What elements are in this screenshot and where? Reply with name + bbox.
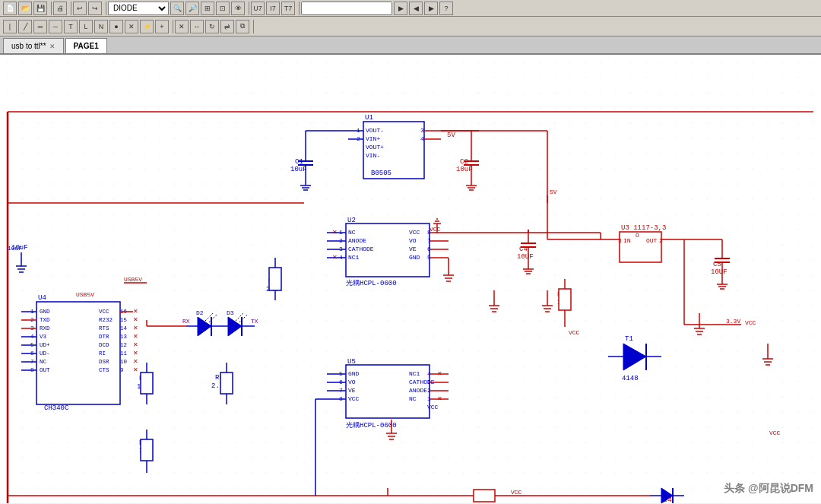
svg-text:✕: ✕	[133, 333, 138, 340]
svg-text:✕: ✕	[133, 358, 138, 365]
svg-text:5V: 5V	[447, 132, 455, 139]
eye-button[interactable]: 👁	[231, 2, 245, 15]
sep3	[103, 2, 106, 15]
svg-text:VIN+: VIN+	[366, 135, 380, 142]
tab2-label: PAGE1	[74, 42, 99, 50]
t7-button[interactable]: T7	[281, 2, 295, 15]
svg-text:VOUT-: VOUT-	[366, 127, 384, 134]
svg-text:NC1: NC1	[409, 370, 420, 377]
toolbar-second: | ╱ ═ ─ T L N ● ✕ ⚡ + ✕ ↔ ↻ ⇌ ⧉	[0, 17, 821, 36]
text-button[interactable]: T	[64, 20, 78, 33]
net-button[interactable]: N	[94, 20, 108, 33]
svg-text:GND: GND	[348, 370, 360, 377]
svg-text:NC: NC	[40, 359, 47, 365]
u7-button[interactable]: U7	[251, 2, 265, 15]
sep5	[296, 2, 300, 15]
rotate-button[interactable]: ↻	[205, 20, 219, 33]
power-button[interactable]: ⚡	[140, 20, 154, 33]
wire-button[interactable]: ╱	[18, 20, 32, 33]
svg-text:10: 10	[120, 359, 128, 365]
svg-text:VCC: VCC	[427, 404, 439, 410]
svg-text:11: 11	[120, 350, 128, 357]
zoom-fit-button[interactable]: ⊞	[201, 2, 214, 15]
nav-next-button[interactable]: ▶	[424, 2, 438, 15]
zoom-out-button[interactable]: 🔎	[185, 2, 199, 15]
copy-button[interactable]: ⧉	[236, 20, 249, 33]
svg-text:B0505: B0505	[371, 170, 391, 177]
new-button[interactable]: 📄	[3, 2, 17, 15]
svg-text:2: 2	[659, 237, 663, 244]
search-button[interactable]: ▶	[394, 2, 407, 15]
nav-prev-button[interactable]: ◀	[409, 2, 423, 15]
component-dropdown[interactable]: DIODE	[108, 2, 169, 15]
pin-button[interactable]: |	[3, 20, 17, 33]
junction-button[interactable]: ●	[109, 20, 123, 33]
undo-button[interactable]: ↩	[73, 2, 87, 15]
tab1-label: usb to ttl**	[11, 42, 46, 50]
svg-text:GND: GND	[409, 254, 420, 261]
svg-text:VCC: VCC	[348, 395, 360, 402]
svg-text:ANODE: ANODE	[348, 237, 366, 244]
sep2	[68, 2, 71, 15]
sep6	[170, 20, 173, 33]
schematic-area[interactable]: U1 VOUT- VIN+ VOUT+ VIN- 3 4 1 2 B0505 C…	[0, 55, 821, 503]
svg-text:✕: ✕	[133, 325, 138, 331]
noconn-button[interactable]: ✕	[125, 20, 138, 33]
svg-text:USB5V: USB5V	[124, 276, 142, 283]
svg-text:RI: RI	[99, 350, 106, 357]
svg-text:10uF: 10uF	[456, 166, 473, 173]
sep4	[246, 2, 249, 15]
svg-text:VCC: VCC	[569, 329, 580, 336]
line-button[interactable]: ─	[49, 20, 62, 33]
redo-button[interactable]: ↪	[88, 2, 102, 15]
svg-text:VOUT+: VOUT+	[366, 144, 384, 151]
tab1-close[interactable]: ✕	[49, 43, 55, 50]
svg-rect-156	[220, 372, 233, 394]
search-input[interactable]	[301, 2, 392, 15]
svg-text:10UF: 10UF	[517, 253, 534, 261]
svg-text:VCC: VCC	[409, 229, 420, 236]
svg-text:U4: U4	[38, 294, 46, 302]
help-button[interactable]: ?	[439, 2, 453, 15]
svg-text:3.3V: 3.3V	[726, 318, 740, 325]
svg-text:VO: VO	[348, 379, 356, 385]
svg-rect-151	[141, 372, 153, 394]
svg-text:U3 1117-3,3: U3 1117-3,3	[621, 224, 666, 232]
svg-text:3: 3	[420, 127, 424, 134]
tab-usb-ttl[interactable]: usb to ttl** ✕	[3, 38, 64, 53]
label-button[interactable]: L	[79, 20, 93, 33]
svg-text:NC: NC	[348, 229, 356, 236]
svg-text:10UF: 10UF	[711, 268, 727, 276]
zoom-in-button[interactable]: 🔍	[170, 2, 184, 15]
svg-rect-77	[269, 268, 281, 290]
open-button[interactable]: 📂	[18, 2, 32, 15]
zoom-area-button[interactable]: ⊡	[216, 2, 230, 15]
mirror-button[interactable]: ⇌	[220, 20, 234, 33]
delete-button[interactable]: ✕	[175, 20, 189, 33]
tab-page1[interactable]: PAGE1	[65, 38, 107, 53]
svg-text:VCC: VCC	[430, 226, 441, 233]
svg-text:4148: 4148	[622, 375, 639, 382]
svg-rect-229	[559, 289, 571, 310]
svg-text:DCD: DCD	[99, 342, 109, 348]
svg-text:TX: TX	[251, 318, 258, 325]
svg-text:VCC: VCC	[769, 430, 781, 436]
svg-text:VCC: VCC	[745, 319, 756, 326]
svg-text:✕: ✕	[133, 341, 138, 348]
save-button[interactable]: 💾	[33, 2, 47, 15]
svg-text:光耦HCPL-0600: 光耦HCPL-0600	[346, 421, 397, 430]
svg-text:UD+: UD+	[40, 342, 50, 348]
print-button[interactable]: 🖨	[53, 2, 67, 15]
svg-text:✕: ✕	[133, 366, 138, 373]
svg-text:RTS: RTS	[99, 325, 109, 331]
svg-text:IN: IN	[623, 237, 631, 244]
svg-text:✕: ✕	[133, 350, 138, 357]
svg-text:VO: VO	[409, 237, 417, 244]
svg-text:U2: U2	[347, 217, 356, 224]
svg-text:O: O	[636, 232, 639, 239]
svg-text:CTS: CTS	[99, 367, 109, 373]
i7-button[interactable]: I7	[266, 2, 280, 15]
move-button[interactable]: ↔	[190, 20, 204, 33]
component-add-button[interactable]: +	[155, 20, 169, 33]
bus-button[interactable]: ═	[33, 20, 47, 33]
